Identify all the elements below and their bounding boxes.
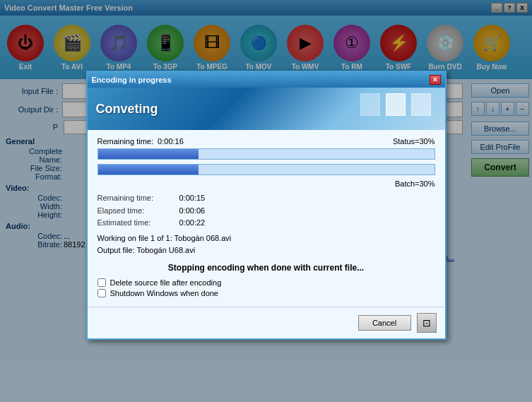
stop-message: Stopping encoding when done with current… <box>97 263 435 273</box>
anim-file-3 <box>411 93 431 116</box>
estimated-key: Estimated time: <box>97 217 175 230</box>
footer-icon[interactable]: ⊡ <box>417 313 437 333</box>
modal-overlay: Encoding in progress ✕ Conveting Remaini… <box>0 0 532 402</box>
working-on-text: Working on file 1 of 1: Tobogán 068.avi <box>97 232 435 245</box>
elapsed-val: 0:00:06 <box>179 205 206 218</box>
delete-source-row: Delete source file after encoding <box>97 278 435 287</box>
batch-progress-bar <box>97 164 435 175</box>
modal-header: Conveting <box>88 88 445 130</box>
encoding-dialog: Encoding in progress ✕ Conveting Remaini… <box>86 71 447 340</box>
info-line-estimated: Estimated time: 0:00:22 <box>97 217 435 230</box>
elapsed-key: Elapsed time: <box>97 205 175 218</box>
modal-footer: Cancel ⊡ <box>88 307 445 338</box>
modal-header-title: Conveting <box>96 102 158 117</box>
main-progress-bar <box>97 148 435 160</box>
status-label: Status=30% <box>393 137 435 146</box>
anim-file-1 <box>360 93 380 116</box>
info-line-remaining: Remaining time: 0:00:15 <box>97 192 435 205</box>
batch-row: Batch=30% <box>97 179 435 188</box>
estimated-val: 0:00:22 <box>179 217 206 230</box>
progress-row-1: Remaining time: 0:00:16 Status=30% <box>97 137 435 146</box>
batch-label: Batch=30% <box>395 179 435 188</box>
delete-source-checkbox[interactable] <box>97 278 106 287</box>
batch-progress-fill <box>98 165 199 175</box>
remaining-time-label: Remaining time: 0:00:16 <box>97 137 184 146</box>
anim-file-2 <box>386 93 406 116</box>
shutdown-windows-checkbox[interactable] <box>97 289 106 297</box>
info-lines: Remaining time: 0:00:15 Elapsed time: 0:… <box>97 192 435 257</box>
delete-source-label: Delete source file after encoding <box>110 278 222 287</box>
info-line-elapsed: Elapsed time: 0:00:06 <box>97 205 435 218</box>
remaining-key: Remaining time: <box>97 192 175 205</box>
output-file-text: Output file: Tobogán U68.avi <box>97 244 435 257</box>
shutdown-windows-label: Shutdown Windows when done <box>110 289 218 297</box>
cancel-button[interactable]: Cancel <box>358 315 411 331</box>
main-progress-fill <box>98 149 199 159</box>
shutdown-windows-row: Shutdown Windows when done <box>97 289 435 297</box>
modal-body: Remaining time: 0:00:16 Status=30% Batch… <box>88 130 445 307</box>
modal-title: Encoding in progress <box>92 76 172 84</box>
modal-header-animation <box>360 93 431 116</box>
modal-close-button[interactable]: ✕ <box>430 75 441 85</box>
modal-title-bar: Encoding in progress ✕ <box>88 72 445 88</box>
remaining-val: 0:00:15 <box>179 192 206 205</box>
